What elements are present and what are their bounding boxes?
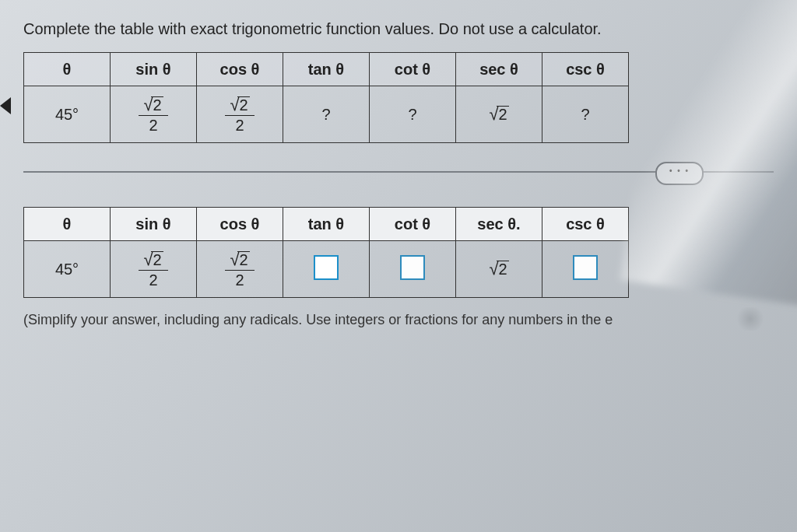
col-sin: sin θ [111, 53, 197, 86]
more-options-button[interactable]: • • • [655, 162, 704, 185]
cell-sin: 2 2 [111, 86, 197, 143]
cell-csc-input [542, 241, 629, 298]
reference-table: θ sin θ cos θ tan θ cot θ sec θ csc θ 45… [23, 52, 629, 143]
cell-cot: ? [370, 86, 456, 143]
cell-sec: 2 [456, 86, 542, 143]
col-sin: sin θ [111, 208, 197, 241]
col-cot: cot θ [370, 53, 456, 86]
cell-cos: 2 2 [197, 241, 283, 298]
col-cos: cos θ [197, 208, 283, 241]
worksheet-page: Complete the table with exact trigonomet… [0, 0, 797, 328]
col-tan: tan θ [283, 208, 370, 241]
help-text: (Simplify your answer, including any rad… [23, 312, 774, 328]
col-cot: cot θ [370, 208, 456, 241]
cell-theta: 45° [24, 241, 111, 298]
col-cos: cos θ [197, 53, 283, 86]
table-row: 45° 2 2 2 2 ? ? 2 ? [24, 86, 629, 143]
col-theta: θ [24, 208, 111, 241]
cell-tan-input [283, 241, 370, 298]
table-row: 45° 2 2 2 2 2 [24, 241, 629, 298]
csc-input[interactable] [573, 255, 598, 280]
cell-sin: 2 2 [111, 241, 197, 298]
prev-arrow-icon[interactable] [0, 97, 11, 114]
col-csc: csc θ [542, 53, 629, 86]
cell-sec: 2 [456, 241, 542, 298]
cell-csc: ? [542, 86, 629, 143]
col-tan: tan θ [283, 53, 370, 86]
tan-input[interactable] [314, 255, 339, 280]
instruction-text: Complete the table with exact trigonomet… [23, 20, 774, 38]
cot-input[interactable] [400, 255, 425, 280]
divider-row: • • • [23, 157, 774, 188]
col-csc: csc θ [542, 208, 629, 241]
cell-theta: 45° [24, 86, 111, 143]
col-sec: sec θ [456, 53, 542, 86]
cell-cot-input [370, 241, 456, 298]
answer-table: θ sin θ cos θ tan θ cot θ sec θ. csc θ 4… [23, 207, 629, 298]
cell-tan: ? [283, 86, 370, 143]
col-sec: sec θ. [456, 208, 542, 241]
col-theta: θ [24, 53, 111, 86]
cell-cos: 2 2 [197, 86, 283, 143]
